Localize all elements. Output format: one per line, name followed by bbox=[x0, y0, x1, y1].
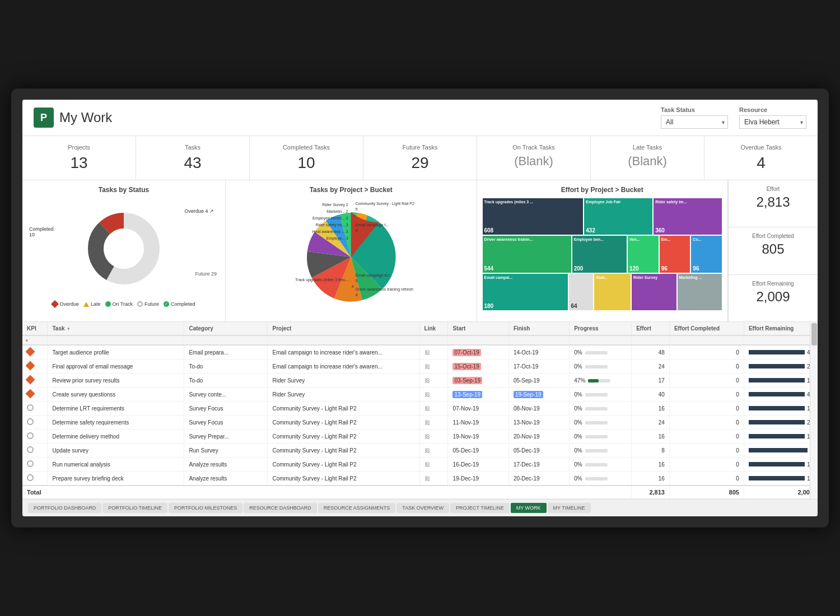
completed-icon: ✓ bbox=[164, 301, 169, 307]
th-task[interactable]: Task ▼ bbox=[48, 322, 184, 335]
progress-bar-bg bbox=[585, 365, 608, 368]
task-status-select[interactable]: All bbox=[661, 115, 728, 129]
effort-completed-cell: 0 bbox=[669, 416, 744, 430]
link-icon[interactable]: ⛓ bbox=[424, 377, 430, 384]
th-finish[interactable]: Finish bbox=[508, 322, 569, 335]
table-row[interactable]: Final approval of email messageTo-doEmai… bbox=[22, 360, 818, 374]
link-icon[interactable]: ⛓ bbox=[424, 391, 430, 398]
sort-icon: ▼ bbox=[25, 338, 29, 343]
tab-portfolio-milestones[interactable]: Portfolio Milestones bbox=[169, 503, 242, 513]
task-cell: Determine LRT requirements bbox=[48, 402, 184, 416]
tab-task-overview[interactable]: Task Overview bbox=[396, 503, 449, 513]
table-row[interactable]: Determine delivery methodSurvey Prepar..… bbox=[22, 430, 818, 444]
link-cell[interactable]: ⛓ bbox=[419, 388, 448, 402]
th-progress[interactable]: Progress bbox=[570, 322, 632, 335]
tab-resource-assignments[interactable]: Resource Assignments bbox=[318, 503, 396, 513]
kpi-diamond-icon bbox=[26, 361, 35, 371]
effort-remaining-cell: 16 bbox=[744, 472, 818, 486]
start-date: 03-Sep-19 bbox=[452, 377, 482, 384]
bottom-tabs: Portfolio Dashboard Portfolio Timeline P… bbox=[22, 499, 818, 516]
effort-remaining-container: 16 bbox=[749, 461, 813, 468]
th-category[interactable]: Category bbox=[184, 322, 268, 335]
table-totals-row: Total 2,813 805 2,009 bbox=[22, 486, 818, 499]
tab-project-timeline[interactable]: Project Timeline bbox=[450, 503, 510, 513]
link-icon[interactable]: ⛓ bbox=[424, 405, 430, 412]
link-icon[interactable]: ⛓ bbox=[424, 349, 430, 356]
kpi-cell bbox=[22, 430, 48, 444]
table-row[interactable]: Target audience profileEmail prepara...E… bbox=[22, 345, 818, 360]
treemap: Track upgrades (miles 3 ... 608 Employee… bbox=[483, 198, 722, 310]
project-cell: Community Survey - Light Rail P2 bbox=[268, 444, 419, 458]
th-effort-remaining[interactable]: Effort Remaining bbox=[744, 322, 818, 335]
link-icon[interactable]: ⛓ bbox=[424, 447, 430, 454]
link-cell[interactable]: ⛓ bbox=[419, 360, 448, 374]
link-icon[interactable]: ⛓ bbox=[424, 461, 430, 468]
link-icon[interactable]: ⛓ bbox=[424, 419, 430, 426]
treemap-label-8: Co... bbox=[693, 237, 701, 242]
tab-resource-dashboard[interactable]: Resource Dashboard bbox=[244, 503, 317, 513]
effort-completed-cell: 0 bbox=[669, 374, 744, 388]
tab-my-timeline[interactable]: My Timeline bbox=[548, 503, 591, 513]
th-effort-completed[interactable]: Effort Completed bbox=[669, 322, 744, 335]
finish-cell: 05-Sep-19 bbox=[508, 374, 569, 388]
table-row[interactable]: Determine safety requirementsSurvey Focu… bbox=[22, 416, 818, 430]
table-row[interactable]: Update surveyRun SurveyCommunity Survey … bbox=[22, 444, 818, 458]
tab-portfolio-timeline[interactable]: Portfolio Timeline bbox=[102, 503, 167, 513]
category-cell: Email prepara... bbox=[184, 345, 268, 360]
effort-bar bbox=[749, 406, 805, 410]
link-icon[interactable]: ⛓ bbox=[424, 475, 430, 482]
kpi-cell bbox=[22, 458, 48, 472]
completed-label: Completed10 bbox=[29, 226, 54, 237]
start-date: 15-Oct-19 bbox=[452, 363, 480, 370]
task-cell: Create survey questionss bbox=[48, 388, 184, 402]
table-row[interactable]: Create survey questionssSurvey conte...R… bbox=[22, 388, 818, 402]
category-cell: Survey Focus bbox=[184, 402, 268, 416]
legend-overdue: Overdue bbox=[52, 301, 79, 307]
link-cell[interactable]: ⛓ bbox=[419, 416, 448, 430]
task-status-select-wrapper[interactable]: All bbox=[661, 115, 728, 129]
link-cell[interactable]: ⛓ bbox=[419, 345, 448, 360]
effort-remaining-container: 16 bbox=[749, 433, 813, 440]
link-cell[interactable]: ⛓ bbox=[419, 402, 448, 416]
th-start[interactable]: Start bbox=[448, 322, 508, 335]
table-row[interactable]: Review prior survey resultsTo-doRider Su… bbox=[22, 374, 818, 388]
link-cell[interactable]: ⛓ bbox=[419, 444, 448, 458]
legend-late: Late bbox=[83, 301, 101, 307]
link-cell[interactable]: ⛓ bbox=[419, 430, 448, 444]
filter-cell-project bbox=[268, 335, 419, 345]
resource-select[interactable]: Elva Hebert bbox=[739, 115, 806, 129]
charts-left: Tasks by Status Ov bbox=[22, 180, 728, 321]
effort-remaining-container: 16 bbox=[749, 475, 813, 482]
table-header-row: KPI Task ▼ Category Project Link Start F… bbox=[22, 322, 818, 335]
progress-cell: 0% bbox=[570, 458, 632, 472]
pie-chart-title: Tasks by Project > Bucket bbox=[231, 186, 471, 194]
link-cell[interactable]: ⛓ bbox=[419, 374, 448, 388]
link-cell[interactable]: ⛓ bbox=[419, 458, 448, 472]
table-row[interactable]: Run numerical analysisAnalyze resultsCom… bbox=[22, 458, 818, 472]
th-effort[interactable]: Effort bbox=[632, 322, 670, 335]
link-icon[interactable]: ⛓ bbox=[424, 363, 430, 370]
progress-cell: 47% bbox=[570, 374, 632, 388]
effort-completed-cell: 0 bbox=[669, 388, 744, 402]
pie-label-4: Rider safety im... 3 bbox=[315, 223, 348, 227]
table-row[interactable]: Prepare survey briefing deckAnalyze resu… bbox=[22, 472, 818, 486]
pie-chart-container: Rider Survey 2 Marketin... 2 Employee be… bbox=[231, 198, 471, 316]
progress-text: 0% bbox=[574, 405, 582, 412]
progress-cell: 0% bbox=[570, 360, 632, 374]
task-cell: Final approval of email message bbox=[48, 360, 184, 374]
treemap-row-1: Track upgrades (miles 3 ... 608 Employee… bbox=[483, 198, 722, 235]
link-cell[interactable]: ⛓ bbox=[419, 472, 448, 486]
tab-portfolio-dashboard[interactable]: Portfolio Dashboard bbox=[28, 503, 101, 513]
link-icon[interactable]: ⛓ bbox=[424, 433, 430, 440]
finish-cell: 19-Sep-19 bbox=[508, 388, 569, 402]
project-cell: Email campaign to increase rider's aware… bbox=[268, 345, 419, 360]
filter-cell-kpi: ▼ bbox=[22, 335, 48, 345]
tab-my-work[interactable]: My Work bbox=[511, 503, 547, 513]
project-cell: Email campaign to increase rider's aware… bbox=[268, 360, 419, 374]
th-project[interactable]: Project bbox=[268, 322, 419, 335]
progress-bar-bg bbox=[585, 435, 608, 438]
scrollbar[interactable] bbox=[810, 322, 818, 499]
table-row[interactable]: Determine LRT requirementsSurvey FocusCo… bbox=[22, 402, 818, 416]
resource-select-wrapper[interactable]: Elva Hebert bbox=[739, 115, 806, 129]
finish-cell: 20-Dec-19 bbox=[508, 472, 569, 486]
